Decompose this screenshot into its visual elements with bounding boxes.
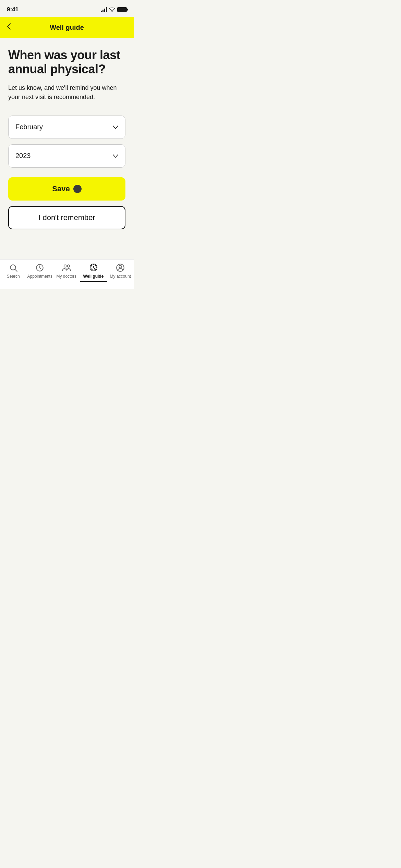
nav-item-my-doctors[interactable]: My doctors [53, 263, 80, 279]
year-dropdown-chevron-icon [113, 152, 118, 159]
page-question: When was your last annual physical? [8, 48, 125, 76]
nav-label-my-account: My account [110, 274, 131, 279]
status-icons [101, 7, 127, 13]
main-content: When was your last annual physical? Let … [0, 38, 134, 259]
header: Well guide [0, 17, 134, 38]
status-time: 9:41 [7, 6, 19, 13]
save-dot-icon [73, 185, 82, 193]
nav-label-well-guide: Well guide [83, 274, 104, 279]
my-account-icon [116, 263, 125, 273]
back-button[interactable] [7, 23, 11, 32]
dont-remember-button[interactable]: I don't remember [8, 206, 125, 229]
dont-remember-label: I don't remember [38, 213, 95, 222]
svg-point-4 [64, 265, 66, 267]
month-dropdown-chevron-icon [113, 123, 118, 131]
svg-point-0 [112, 11, 112, 12]
nav-item-appointments[interactable]: Appointments [27, 263, 53, 279]
header-title: Well guide [50, 24, 84, 32]
nav-item-well-guide[interactable]: Well guide [80, 263, 107, 282]
well-guide-icon [89, 263, 98, 273]
search-icon [9, 263, 18, 273]
nav-item-search[interactable]: Search [0, 263, 27, 279]
month-dropdown-value: February [15, 123, 43, 131]
year-dropdown-value: 2023 [15, 152, 31, 160]
battery-icon [117, 7, 127, 12]
page-subtitle: Let us know, and we'll remind you when y… [8, 83, 125, 102]
nav-item-my-account[interactable]: My account [107, 263, 134, 279]
wifi-icon [109, 7, 115, 13]
nav-label-appointments: Appointments [27, 274, 52, 279]
dropdown-container: February 2023 [8, 116, 125, 168]
bottom-nav: Search Appointments My doctors [0, 259, 134, 289]
status-bar: 9:41 [0, 0, 134, 17]
my-doctors-icon [62, 263, 71, 273]
appointments-icon [35, 263, 45, 273]
nav-active-indicator [80, 281, 107, 282]
signal-icon [101, 7, 107, 12]
nav-label-my-doctors: My doctors [56, 274, 76, 279]
month-dropdown[interactable]: February [8, 116, 125, 139]
save-button[interactable]: Save [8, 177, 125, 201]
save-label: Save [52, 184, 70, 193]
year-dropdown[interactable]: 2023 [8, 144, 125, 168]
svg-point-5 [67, 265, 70, 267]
svg-point-11 [119, 265, 122, 268]
nav-label-search: Search [7, 274, 20, 279]
svg-line-2 [15, 269, 17, 272]
